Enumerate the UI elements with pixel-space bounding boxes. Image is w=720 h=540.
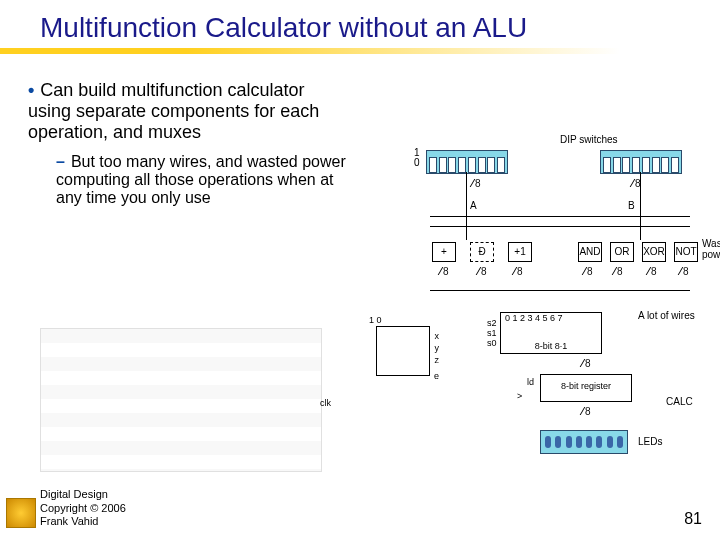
table-figure [40,328,322,472]
wire [640,172,641,240]
bus-8: 8 [648,266,657,277]
mux-top: 0 1 2 3 4 5 6 7 [501,313,601,323]
slide-title: Multifunction Calculator without an ALU [0,0,720,48]
bus-8: 8 [440,266,449,277]
ctrl-top: 1 0 [369,315,382,325]
dip-switch-b [600,150,682,174]
bullet-dash: – [56,153,65,170]
wasted-label: Wasted power [702,238,720,260]
ctrl-e: e [434,371,439,381]
bus-8: 8 [478,266,487,277]
page-number: 81 [684,510,702,528]
bus-8: 8 [680,266,689,277]
label-b: B [628,200,635,211]
register: ld > 8-bit register [540,374,632,402]
reg-label: 8-bit register [541,375,631,391]
title-underline [0,48,620,54]
reg-ld: ld [527,377,534,387]
op-and: AND [578,242,602,262]
bullet-main: Can build multifunction calculator using… [28,80,319,142]
calc-label: CALC [666,396,693,407]
label-a: A [470,200,477,211]
dip-switch-a [426,150,508,174]
dip-bits: 10 [414,148,420,168]
op-add: + [432,242,456,262]
bus-8: 8 [514,266,523,277]
controller: 1 0 x y z e [376,326,430,376]
wire [430,216,690,217]
bus-8: 8 [584,266,593,277]
ctrl-z: z [435,355,440,365]
leds [540,430,628,454]
ctrl-x: x [435,331,440,341]
bus-8: 8 [582,358,591,369]
op-or: OR [610,242,634,262]
bullet-sub: But too many wires, and wasted power com… [56,153,346,206]
wire [430,290,690,291]
mux-side: s2s1s0 [487,319,497,349]
op-not: NOT [674,242,698,262]
clk-label: clk [320,398,331,408]
wire [466,172,467,240]
ctrl-y: y [435,343,440,353]
bullets: •Can build multifunction calculator usin… [28,80,348,207]
wire [430,226,690,227]
bullet-dot: • [28,80,34,100]
circuit-diagram: DIP switches 10 8 8 A B + Ð +1 AND OR XO… [370,150,710,490]
leds-label: LEDs [638,436,662,447]
alot-label: A lot of wires [638,310,695,321]
reg-clk: > [517,391,522,401]
op-xor: XOR [642,242,666,262]
bus-8-a: 8 [472,178,481,189]
bus-8: 8 [582,406,591,417]
op-sub: Ð [470,242,494,262]
op-inc: +1 [508,242,532,262]
bus-8: 8 [614,266,623,277]
footer: Digital Design Copyright © 2006 Frank Va… [40,488,126,528]
dip-label: DIP switches [560,134,618,145]
footer-icon [6,498,36,528]
mux-label: 8-bit 8·1 [501,341,601,351]
mux: 0 1 2 3 4 5 6 7 s2s1s0 8-bit 8·1 [500,312,602,354]
